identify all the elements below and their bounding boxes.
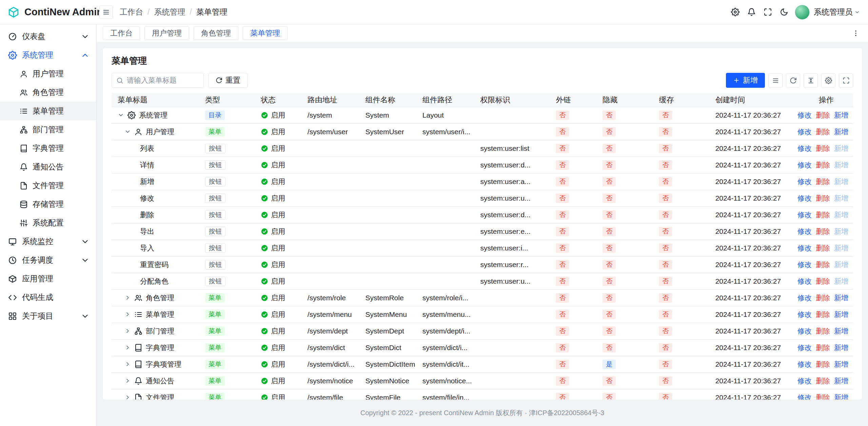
delete-link[interactable]: 删除 [816, 110, 830, 120]
add-link[interactable]: 新增 [834, 194, 848, 203]
edit-link[interactable]: 修改 [797, 277, 812, 286]
delete-link[interactable]: 删除 [816, 260, 830, 269]
add-link[interactable]: 新增 [834, 310, 848, 319]
sidebar-item-部门管理[interactable]: 部门管理 [0, 120, 96, 139]
edit-link[interactable]: 修改 [797, 144, 812, 153]
add-link[interactable]: 新增 [834, 144, 848, 153]
fullscreen-button[interactable] [839, 73, 853, 87]
edit-link[interactable]: 修改 [797, 243, 812, 253]
expand-chevron-down-icon[interactable] [124, 128, 131, 135]
expand-chevron-right-icon[interactable] [124, 378, 131, 384]
tab-工作台[interactable]: 工作台 [103, 26, 140, 40]
sidebar-item-代码生成[interactable]: 代码生成 [0, 288, 96, 307]
edit-link[interactable]: 修改 [797, 127, 812, 137]
expand-chevron-right-icon[interactable] [124, 361, 131, 367]
tab-more-button[interactable] [850, 27, 862, 39]
delete-link[interactable]: 删除 [816, 360, 830, 369]
delete-link[interactable]: 删除 [816, 393, 830, 400]
add-link[interactable]: 新增 [834, 227, 848, 236]
delete-link[interactable]: 删除 [816, 194, 830, 203]
edit-link[interactable]: 修改 [797, 227, 812, 236]
edit-link[interactable]: 修改 [797, 160, 812, 170]
bell-button[interactable] [744, 5, 759, 20]
sidebar-item-角色管理[interactable]: 角色管理 [0, 83, 96, 102]
gear-button[interactable] [728, 5, 743, 20]
edit-link[interactable]: 修改 [797, 210, 812, 220]
expand-chevron-down-icon[interactable] [118, 112, 124, 118]
delete-link[interactable]: 删除 [816, 277, 830, 286]
delete-link[interactable]: 删除 [816, 160, 830, 170]
edit-link[interactable]: 修改 [797, 177, 812, 186]
add-link[interactable]: 新增 [834, 160, 848, 170]
expand-chevron-right-icon[interactable] [124, 394, 131, 400]
edit-link[interactable]: 修改 [797, 360, 812, 369]
tab-用户管理[interactable]: 用户管理 [144, 26, 189, 40]
add-link[interactable]: 新增 [834, 210, 848, 220]
delete-link[interactable]: 删除 [816, 177, 830, 186]
sidebar-item-系统管理[interactable]: 系统管理 [0, 46, 96, 64]
row-height-button[interactable] [804, 73, 818, 87]
edit-link[interactable]: 修改 [797, 293, 812, 303]
delete-link[interactable]: 删除 [816, 326, 830, 336]
edit-link[interactable]: 修改 [797, 326, 812, 336]
list-button[interactable] [768, 73, 783, 87]
sidebar-item-存储管理[interactable]: 存储管理 [0, 195, 96, 214]
sidebar-item-菜单管理[interactable]: 菜单管理 [0, 102, 96, 120]
breadcrumb-item-system[interactable]: 系统管理 [154, 7, 185, 17]
refresh-button[interactable] [786, 73, 800, 87]
sidebar-item-字典管理[interactable]: 字典管理 [0, 139, 96, 158]
gear-button[interactable] [821, 73, 835, 87]
expand-chevron-right-icon[interactable] [124, 328, 131, 334]
add-link[interactable]: 新增 [834, 243, 848, 253]
delete-link[interactable]: 删除 [816, 293, 830, 303]
edit-link[interactable]: 修改 [797, 260, 812, 269]
add-link[interactable]: 新增 [834, 326, 848, 336]
add-link[interactable]: 新增 [834, 260, 848, 269]
delete-link[interactable]: 删除 [816, 376, 830, 386]
search-input[interactable] [127, 73, 203, 87]
delete-link[interactable]: 删除 [816, 210, 830, 220]
add-link[interactable]: 新增 [834, 343, 848, 352]
sidebar-item-仪表盘[interactable]: 仪表盘 [0, 27, 96, 46]
add-link[interactable]: 新增 [834, 393, 848, 400]
reset-button[interactable]: 重置 [209, 73, 248, 88]
sidebar-item-通知公告[interactable]: 通知公告 [0, 158, 96, 176]
add-link[interactable]: 新增 [834, 127, 848, 137]
add-link[interactable]: 新增 [834, 376, 848, 386]
fullscreen-button[interactable] [760, 5, 775, 20]
add-link[interactable]: 新增 [834, 177, 848, 186]
delete-link[interactable]: 删除 [816, 343, 830, 352]
add-link[interactable]: 新增 [834, 360, 848, 369]
add-link[interactable]: 新增 [834, 277, 848, 286]
edit-link[interactable]: 修改 [797, 110, 812, 120]
expand-chevron-right-icon[interactable] [124, 295, 131, 301]
tab-菜单管理[interactable]: 菜单管理 [243, 26, 288, 40]
moon-button[interactable] [776, 5, 791, 20]
sidebar-item-应用管理[interactable]: 应用管理 [0, 269, 96, 288]
avatar[interactable] [795, 5, 810, 20]
delete-link[interactable]: 删除 [816, 144, 830, 153]
breadcrumb-item-workbench[interactable]: 工作台 [120, 7, 143, 17]
add-link[interactable]: 新增 [834, 110, 848, 120]
sidebar-item-文件管理[interactable]: 文件管理 [0, 176, 96, 195]
delete-link[interactable]: 删除 [816, 310, 830, 319]
expand-chevron-right-icon[interactable] [124, 311, 131, 318]
edit-link[interactable]: 修改 [797, 393, 812, 400]
add-button[interactable]: 新增 [726, 73, 765, 88]
delete-link[interactable]: 删除 [816, 127, 830, 137]
sidebar-item-关于项目[interactable]: 关于项目 [0, 307, 96, 325]
delete-link[interactable]: 删除 [816, 227, 830, 236]
sidebar-item-系统配置[interactable]: 系统配置 [0, 214, 96, 232]
sidebar-item-任务调度[interactable]: 任务调度 [0, 251, 96, 269]
sidebar-item-系统监控[interactable]: 系统监控 [0, 232, 96, 251]
tab-角色管理[interactable]: 角色管理 [194, 26, 238, 40]
menu-collapse-button[interactable] [99, 5, 113, 19]
edit-link[interactable]: 修改 [797, 194, 812, 203]
expand-chevron-right-icon[interactable] [124, 344, 131, 351]
username[interactable]: 系统管理员 [814, 7, 853, 17]
edit-link[interactable]: 修改 [797, 343, 812, 352]
edit-link[interactable]: 修改 [797, 376, 812, 386]
edit-link[interactable]: 修改 [797, 310, 812, 319]
sidebar-item-用户管理[interactable]: 用户管理 [0, 64, 96, 83]
delete-link[interactable]: 删除 [816, 243, 830, 253]
